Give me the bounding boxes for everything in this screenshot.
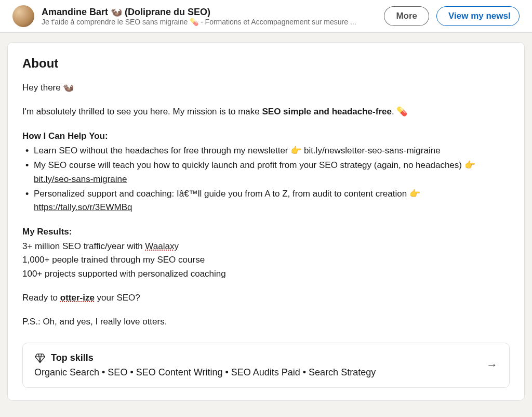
intro-bold: SEO simple and headache-free — [262, 107, 392, 116]
result-line: 3+ million SEO traffic/year with Waalaxy — [22, 240, 510, 253]
greeting-line: Hey there 🦦 — [22, 81, 510, 95]
cta-wavy: otter-ize — [60, 293, 95, 303]
coaching-link[interactable]: https://tally.so/r/3EWMBq — [34, 202, 132, 212]
diamond-icon — [34, 353, 46, 364]
cta-line: Ready to otter-ize your SEO? — [22, 291, 510, 305]
more-button[interactable]: More — [384, 6, 429, 26]
skills-list: Organic Search • SEO • SEO Content Writi… — [34, 367, 477, 378]
results-heading: My Results: — [22, 225, 510, 239]
intro-prefix: I'm absolutely thrilled to see you here.… — [22, 107, 262, 116]
greeting-text: Hey there — [22, 83, 63, 93]
intro-line: I'm absolutely thrilled to see you here.… — [22, 105, 510, 119]
ps-line: P.S.: Oh, and yes, I really love otters. — [22, 315, 510, 329]
bullet2-prefix: My SEO course will teach you how to quic… — [34, 160, 475, 170]
cta-prefix: Ready to — [22, 293, 60, 303]
list-item: Learn SEO without the headaches for free… — [22, 144, 510, 158]
r1-wavy: Waalaxy — [145, 241, 179, 251]
profile-name[interactable]: Amandine Bart 🦦 (Doliprane du SEO) — [42, 6, 377, 18]
result-line: 100+ projects supported with personalize… — [22, 267, 510, 281]
about-body: Hey there 🦦 I'm absolutely thrilled to s… — [22, 81, 510, 329]
cta-suffix: your SEO? — [95, 293, 140, 303]
skills-title: Top skills — [51, 353, 94, 363]
header-text: Amandine Bart 🦦 (Doliprane du SEO) Je t'… — [42, 6, 377, 26]
seo-course-link[interactable]: bit.ly/seo-sans-migraine — [34, 174, 127, 184]
about-title: About — [22, 56, 510, 71]
about-card: About Hey there 🦦 I'm absolutely thrille… — [7, 42, 525, 401]
avatar[interactable] — [12, 5, 34, 27]
top-skills-box[interactable]: Top skills Organic Search • SEO • SEO Co… — [22, 343, 510, 388]
bullet3-prefix: Personalized support and coaching: Iâ€™l… — [34, 189, 420, 199]
profile-tagline: Je t'aide à comprendre le SEO sans migra… — [42, 18, 377, 26]
list-item: My SEO course will teach you how to quic… — [22, 159, 510, 186]
help-heading: How I Can Help You: — [22, 129, 510, 143]
skills-left: Top skills Organic Search • SEO • SEO Co… — [34, 353, 477, 378]
profile-header: Amandine Bart 🦦 (Doliprane du SEO) Je t'… — [0, 0, 532, 33]
r1-prefix: 3+ million SEO traffic/year with — [22, 241, 145, 251]
arrow-right-icon[interactable]: → — [486, 358, 498, 372]
list-item: Personalized support and coaching: Iâ€™l… — [22, 187, 510, 215]
help-list: Learn SEO without the headaches for free… — [22, 144, 510, 215]
intro-suffix: . 💊 — [392, 107, 407, 116]
results-block: 3+ million SEO traffic/year with Waalaxy… — [22, 240, 510, 281]
otter-emoji: 🦦 — [63, 83, 74, 93]
result-line: 1,000+ people trained through my SEO cou… — [22, 253, 510, 267]
view-newsletter-button[interactable]: View my newsl — [436, 6, 520, 26]
